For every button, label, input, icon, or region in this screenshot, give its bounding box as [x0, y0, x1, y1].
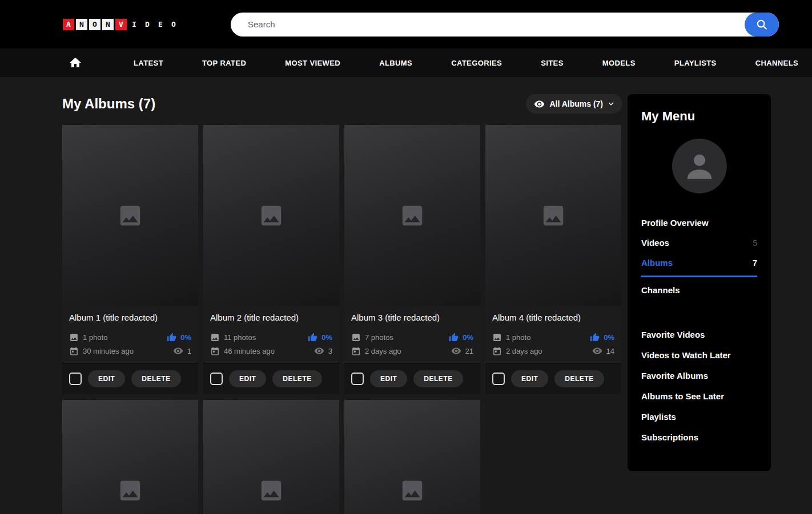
heading-row: My Albums (7) All Albums (7): [62, 94, 622, 114]
album-thumbnail[interactable]: [344, 125, 480, 306]
album-card: [203, 400, 339, 514]
view-count: 14: [606, 347, 614, 355]
album-title[interactable]: Album 4 (title redacted): [485, 306, 621, 328]
delete-button[interactable]: DELETE: [272, 370, 321, 387]
calendar-icon: [351, 346, 361, 356]
person-icon: [681, 148, 718, 184]
logo-tile: A: [63, 19, 74, 30]
search-button[interactable]: [745, 13, 779, 37]
album-select-checkbox[interactable]: [69, 373, 82, 385]
album-card: Album 2 (title redacted) 11 photos 0% 46…: [203, 125, 339, 394]
nav-item-latest[interactable]: LATEST: [134, 59, 163, 67]
edit-button[interactable]: EDIT: [511, 370, 548, 387]
sidebar-item-label: Albums to See Later: [641, 391, 724, 401]
album-thumbnail[interactable]: [203, 125, 339, 306]
site-logo[interactable]: A N O N V I D E O: [63, 19, 179, 30]
search-icon: [755, 18, 768, 31]
calendar-icon: [210, 346, 220, 356]
sidebar-item-playlists[interactable]: Playlists: [641, 406, 757, 427]
thumbs-up-icon: [308, 333, 317, 342]
album-title[interactable]: Album 2 (title redacted): [203, 306, 339, 328]
edit-button[interactable]: EDIT: [88, 370, 125, 387]
photo-icon: [351, 333, 361, 342]
album-actions: EDIT DELETE: [344, 363, 480, 394]
album-filter-dropdown[interactable]: All Albums (7): [526, 94, 622, 114]
album-card: Album 3 (title redacted) 7 photos 0% 2 d…: [344, 125, 480, 394]
nav-item-categories[interactable]: CATEGORIES: [451, 59, 502, 67]
calendar-icon: [492, 346, 502, 356]
album-thumbnail[interactable]: [62, 125, 198, 306]
eye-icon: [314, 346, 324, 356]
search-bar: [231, 13, 779, 37]
sidebar-item-label: Subscriptions: [641, 432, 698, 442]
album-select-checkbox[interactable]: [210, 373, 223, 385]
like-percentage: 0%: [180, 333, 191, 342]
photo-count: 1 photo: [506, 333, 530, 342]
nav-item-playlists[interactable]: PLAYLISTS: [674, 59, 717, 67]
home-button[interactable]: [69, 56, 82, 70]
sidebar-item-label: Videos to Watch Later: [641, 350, 731, 360]
sidebar-item-count: 7: [753, 258, 757, 268]
nav-item-sites[interactable]: SITES: [541, 59, 564, 67]
album-title[interactable]: Album 1 (title redacted): [62, 306, 198, 328]
album-age: 46 minutes ago: [224, 347, 275, 355]
album-actions: EDIT DELETE: [203, 363, 339, 394]
main-content: My Albums (7) All Albums (7) Album 1 (ti…: [0, 77, 812, 514]
thumbs-up-icon: [449, 333, 459, 342]
logo-tile: V: [115, 19, 127, 30]
thumbs-up-icon: [167, 333, 176, 342]
calendar-icon: [69, 346, 79, 356]
album-select-checkbox[interactable]: [351, 373, 364, 385]
album-thumbnail[interactable]: [344, 400, 480, 514]
edit-button[interactable]: EDIT: [370, 370, 407, 387]
sidebar-item-favorite-videos[interactable]: Favorite Videos: [641, 324, 757, 345]
home-icon: [69, 56, 82, 70]
eye-icon: [534, 99, 545, 110]
sidebar-item-profile-overview[interactable]: Profile Overview: [641, 213, 757, 233]
album-card: Album 4 (title redacted) 1 photo 0% 2 da…: [485, 125, 621, 394]
my-menu-sidebar: My Menu Profile Overview Videos 5 Albums…: [628, 94, 771, 471]
sidebar-item-subscriptions[interactable]: Subscriptions: [641, 427, 757, 447]
nav-item-albums[interactable]: ALBUMS: [379, 59, 412, 67]
albums-section: My Albums (7) All Albums (7) Album 1 (ti…: [62, 94, 622, 514]
album-card: [344, 400, 480, 514]
sidebar-item-albums-see-later[interactable]: Albums to See Later: [641, 386, 757, 406]
eye-icon: [451, 346, 461, 356]
search-input[interactable]: [231, 13, 779, 37]
album-actions: EDIT DELETE: [485, 363, 621, 394]
sidebar-item-videos[interactable]: Videos 5: [641, 233, 757, 253]
delete-button[interactable]: DELETE: [131, 370, 180, 387]
album-thumbnail[interactable]: [485, 125, 621, 306]
nav-item-top-rated[interactable]: TOP RATED: [202, 59, 246, 67]
sidebar-item-videos-watch-later[interactable]: Videos to Watch Later: [641, 345, 757, 365]
logo-tile: N: [76, 19, 87, 30]
sidebar-item-label: Channels: [641, 285, 680, 295]
avatar[interactable]: [672, 139, 727, 193]
album-select-checkbox[interactable]: [492, 373, 505, 385]
sidebar-item-albums[interactable]: Albums 7: [641, 253, 757, 277]
delete-button[interactable]: DELETE: [554, 370, 604, 387]
eye-icon: [592, 346, 602, 356]
sidebar-item-favorite-albums[interactable]: Favorite Albums: [641, 365, 757, 386]
album-actions: EDIT DELETE: [62, 363, 198, 394]
nav-item-most-viewed[interactable]: MOST VIEWED: [285, 59, 340, 67]
delete-button[interactable]: DELETE: [413, 370, 463, 387]
eye-icon: [173, 346, 183, 356]
like-percentage: 0%: [463, 333, 473, 342]
photo-count: 11 photos: [224, 333, 256, 342]
album-stats: 7 photos 0% 2 days ago 21: [344, 328, 480, 363]
album-age: 30 minutes ago: [83, 347, 134, 355]
photo-icon: [492, 333, 502, 342]
nav-item-models[interactable]: MODELS: [602, 59, 636, 67]
photo-count: 1 photo: [83, 333, 107, 342]
sidebar-item-label: Favorite Albums: [641, 371, 708, 381]
album-thumbnail[interactable]: [203, 400, 339, 514]
sidebar-item-channels[interactable]: Channels: [641, 280, 757, 300]
edit-button[interactable]: EDIT: [229, 370, 266, 387]
logo-tile: D: [142, 19, 153, 30]
album-title[interactable]: Album 3 (title redacted): [344, 306, 480, 328]
nav-item-channels[interactable]: CHANNELS: [755, 59, 798, 67]
album-thumbnail[interactable]: [62, 400, 198, 514]
album-age: 2 days ago: [365, 347, 401, 355]
page-title: My Albums (7): [62, 96, 155, 112]
